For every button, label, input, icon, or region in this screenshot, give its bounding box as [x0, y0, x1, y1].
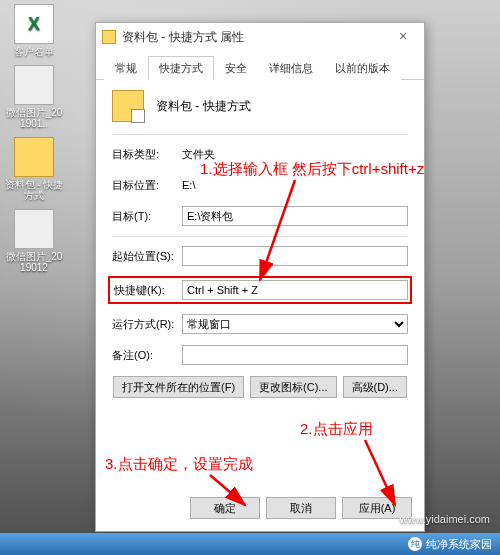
close-icon[interactable]: ×: [388, 27, 418, 47]
tab-shortcut[interactable]: 快捷方式: [148, 56, 214, 80]
change-icon-button[interactable]: 更改图标(C)...: [250, 376, 336, 398]
mid-button-row: 打开文件所在的位置(F) 更改图标(C)... 高级(D)...: [112, 376, 408, 398]
field-hotkey: 快捷键(K):: [108, 276, 412, 304]
tab-security[interactable]: 安全: [214, 56, 258, 80]
image-icon: [14, 209, 54, 249]
separator: [112, 236, 408, 237]
brand-icon: 纯: [408, 537, 422, 551]
value-target-type: 文件夹: [182, 147, 408, 162]
tab-previous[interactable]: 以前的版本: [324, 56, 401, 80]
desktop-icon[interactable]: 资料包 - 快捷方式: [4, 137, 64, 201]
desktop-icon-label: 客户名单: [4, 46, 64, 57]
target-input[interactable]: [182, 206, 408, 226]
brand-text: 纯净系统家园: [426, 537, 492, 552]
label-start-in: 起始位置(S):: [112, 249, 182, 264]
cancel-button[interactable]: 取消: [266, 497, 336, 519]
field-target: 目标(T):: [112, 205, 408, 227]
desktop-icons: 客户名单 微信图片_201901.. 资料包 - 快捷方式 微信图片_20190…: [4, 4, 84, 281]
header-row: 资料包 - 快捷方式: [112, 90, 408, 122]
ok-button[interactable]: 确定: [190, 497, 260, 519]
window-title: 资料包 - 快捷方式 属性: [122, 29, 388, 46]
start-in-input[interactable]: [182, 246, 408, 266]
footer-bar: 纯 纯净系统家园: [0, 533, 500, 555]
label-hotkey: 快捷键(K):: [112, 283, 182, 298]
desktop-icon-label: 资料包 - 快捷方式: [4, 179, 64, 201]
run-select[interactable]: 常规窗口: [182, 314, 408, 334]
field-comment: 备注(O):: [112, 344, 408, 366]
properties-dialog: 资料包 - 快捷方式 属性 × 常规 快捷方式 安全 详细信息 以前的版本 资料…: [95, 22, 425, 532]
label-target-location: 目标位置:: [112, 178, 182, 193]
folder-icon: [102, 30, 116, 44]
hotkey-input[interactable]: [182, 280, 408, 300]
folder-shortcut-icon: [112, 90, 144, 122]
titlebar[interactable]: 资料包 - 快捷方式 属性 ×: [96, 23, 424, 51]
field-run: 运行方式(R): 常规窗口: [112, 313, 408, 335]
watermark-url: www.yidaimei.com: [400, 513, 490, 525]
tab-general[interactable]: 常规: [104, 56, 148, 80]
field-target-location: 目标位置: E:\: [112, 174, 408, 196]
label-target: 目标(T):: [112, 209, 182, 224]
comment-input[interactable]: [182, 345, 408, 365]
desktop-icon[interactable]: 微信图片_201901..: [4, 65, 64, 129]
tab-details[interactable]: 详细信息: [258, 56, 324, 80]
tab-content: 资料包 - 快捷方式 目标类型: 文件夹 目标位置: E:\ 目标(T): 起始…: [96, 80, 424, 489]
excel-icon: [14, 4, 54, 44]
footer-brand: 纯 纯净系统家园: [408, 537, 492, 552]
folder-shortcut-icon: [14, 137, 54, 177]
desktop-icon-label: 微信图片_2019012: [4, 251, 64, 273]
label-comment: 备注(O):: [112, 348, 182, 363]
label-run: 运行方式(R):: [112, 317, 182, 332]
dialog-footer: 确定 取消 应用(A): [96, 489, 424, 531]
advanced-button[interactable]: 高级(D)...: [343, 376, 407, 398]
image-icon: [14, 65, 54, 105]
label-target-type: 目标类型:: [112, 147, 182, 162]
field-start-in: 起始位置(S):: [112, 245, 408, 267]
value-target-location: E:\: [182, 179, 408, 191]
shortcut-name: 资料包 - 快捷方式: [156, 98, 251, 115]
desktop-icon[interactable]: 微信图片_2019012: [4, 209, 64, 273]
tab-bar: 常规 快捷方式 安全 详细信息 以前的版本: [96, 51, 424, 80]
open-location-button[interactable]: 打开文件所在的位置(F): [113, 376, 244, 398]
separator: [112, 134, 408, 135]
desktop-icon-label: 微信图片_201901..: [4, 107, 64, 129]
desktop-icon[interactable]: 客户名单: [4, 4, 64, 57]
field-target-type: 目标类型: 文件夹: [112, 143, 408, 165]
